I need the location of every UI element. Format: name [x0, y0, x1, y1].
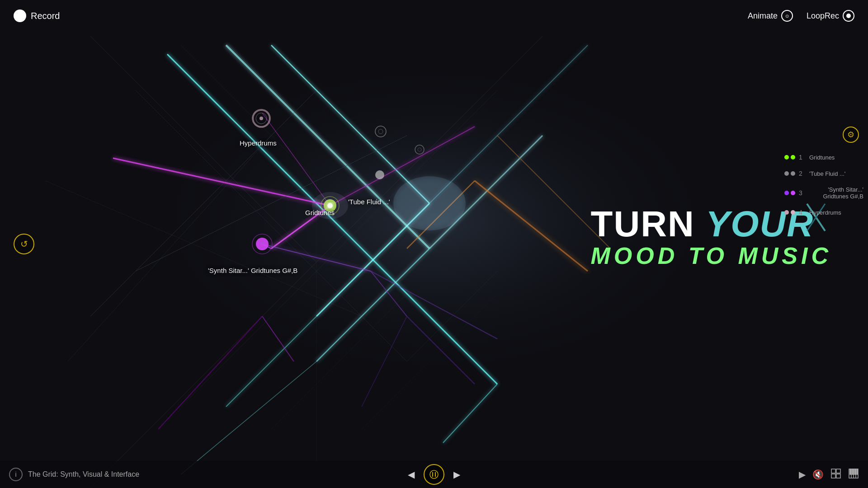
track-2-num: 2	[799, 170, 806, 177]
svg-rect-65	[836, 469, 840, 473]
track-item-4[interactable]: 4 Hyperdrums	[784, 209, 863, 216]
svg-rect-64	[831, 469, 835, 473]
track-1-name: Gridtunes	[809, 154, 835, 161]
settings-gear-button[interactable]: ⚙	[843, 127, 859, 143]
track-1-dot2	[791, 155, 795, 160]
title-line2: MOOD TO MUSIC	[591, 242, 832, 269]
record-label: Record	[31, 11, 60, 21]
record-circle-icon	[14, 9, 26, 22]
track-item-3[interactable]: 3 'Synth Sitar...' Gridtunes G#,B	[784, 186, 863, 200]
looprec-button[interactable]: LoopRec	[807, 10, 854, 22]
mute-button[interactable]: 🔇	[812, 469, 824, 480]
bottom-right-controls: ▶ 🔇	[799, 468, 859, 481]
next-button[interactable]: ▶	[453, 469, 460, 480]
synth-sitar-label: 'Synth Sitar...' Gridtunes G#,B	[208, 267, 297, 274]
track-2-name: 'Tube Fluid ...'	[809, 170, 845, 177]
prev-button[interactable]: ◀	[408, 469, 415, 480]
bottom-bar: i The Grid: Synth, Visual & Interface ◀ …	[0, 461, 868, 488]
hyperdrums-label: Hyperdrums	[240, 139, 277, 147]
track-3-dot2	[791, 191, 795, 195]
svg-point-49	[259, 117, 263, 120]
svg-rect-72	[850, 469, 851, 474]
track-4-num: 4	[799, 209, 806, 216]
svg-point-58	[375, 170, 384, 179]
svg-rect-66	[831, 474, 835, 478]
animate-button[interactable]: Animate ⊙	[748, 10, 793, 22]
grid-view-button[interactable]	[830, 468, 841, 481]
track-1-dots	[784, 155, 795, 160]
track-item-2[interactable]: 2 'Tube Fluid ...'	[784, 170, 863, 177]
track-1-num: 1	[799, 154, 806, 161]
track-2-dot2	[791, 171, 795, 176]
track-4-dot2	[791, 210, 795, 215]
svg-point-45	[393, 176, 466, 230]
track-list: 1 Gridtunes 2 'Tube Fluid ...' 3 'Synth …	[784, 154, 863, 216]
svg-rect-73	[852, 469, 854, 474]
track-2-dots	[784, 171, 795, 176]
camera-icon: ⊙	[781, 10, 793, 22]
track-3-name: 'Synth Sitar...' Gridtunes G#,B	[809, 186, 863, 200]
looprec-label: LoopRec	[807, 11, 839, 21]
svg-point-63	[430, 470, 438, 479]
track-4-dots	[784, 210, 795, 215]
piano-view-button[interactable]	[848, 468, 859, 481]
track-3-num: 3	[799, 189, 806, 197]
svg-point-60	[327, 203, 333, 208]
gridtunes-label: Gridtunes	[305, 209, 335, 216]
animate-label: Animate	[748, 11, 778, 21]
looprec-dot-icon	[843, 10, 854, 22]
tube-fluid-label: 'Tube Fluid ...'	[348, 198, 390, 206]
track-item-1[interactable]: 1 Gridtunes	[784, 154, 863, 161]
record-button[interactable]: Record	[14, 9, 60, 22]
track-3-dots	[784, 191, 795, 195]
sync-button[interactable]: ↺	[14, 234, 34, 254]
track-1-dot1	[784, 155, 789, 160]
top-bar-right: Animate ⊙ LoopRec	[748, 10, 854, 22]
play-center-button[interactable]	[424, 464, 444, 485]
playback-controls: ◀ ▶	[408, 464, 460, 485]
track-2-dot1	[784, 171, 789, 176]
top-bar: Record Animate ⊙ LoopRec	[0, 0, 868, 32]
svg-rect-74	[854, 469, 856, 474]
svg-point-56	[256, 238, 269, 250]
svg-rect-67	[836, 474, 840, 478]
track-4-dot1	[784, 210, 789, 215]
track-4-name: Hyperdrums	[809, 209, 841, 216]
info-button[interactable]: i	[9, 468, 23, 481]
play-button[interactable]: ▶	[799, 469, 806, 480]
track-3-dot1	[784, 191, 789, 195]
svg-rect-75	[857, 469, 858, 474]
